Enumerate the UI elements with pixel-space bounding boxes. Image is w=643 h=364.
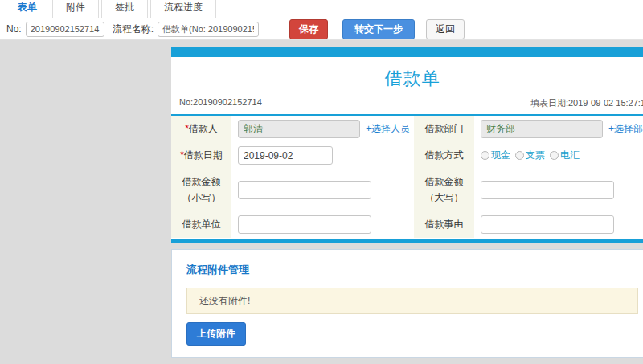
- method-label-cell: 借款方式: [414, 142, 474, 169]
- next-step-button[interactable]: 转交下一步: [342, 19, 415, 39]
- loan-date-field-cell: [231, 142, 414, 169]
- toolbar: No: 流程名称: 保存 转交下一步 返回: [0, 18, 643, 40]
- no-input[interactable]: [26, 22, 104, 37]
- form-meta-row: No:20190902152714 填表日期:2019-09-02 15:27:…: [171, 97, 643, 114]
- page-title: 借款单: [171, 62, 643, 97]
- loan-date-label-cell: *借款日期: [171, 142, 231, 169]
- unit-label-cell: 借款单位: [171, 211, 231, 238]
- save-button[interactable]: 保存: [289, 19, 328, 39]
- tab-bar: 表单 附件 签批 流程进度: [0, 0, 643, 18]
- tab-attachment[interactable]: 附件: [52, 0, 99, 18]
- unit-input[interactable]: [238, 215, 371, 234]
- upload-attachment-button[interactable]: 上传附件: [186, 322, 246, 346]
- app-viewport: 表单 附件 签批 流程进度 No: 流程名称: 保存 转交下一步 返回 借款单 …: [0, 0, 643, 364]
- attachment-section: 流程附件管理 还没有附件! 上传附件: [171, 249, 643, 358]
- unit-field-cell: [231, 211, 414, 238]
- department-field-cell: +选择部门: [474, 116, 643, 142]
- borrower-field-cell: +选择人员: [231, 116, 414, 142]
- form-no-text: No:20190902152714: [179, 97, 262, 109]
- department-input[interactable]: [481, 120, 603, 138]
- radio-wire[interactable]: 电汇: [550, 149, 580, 162]
- select-person-link[interactable]: +选择人员: [366, 122, 410, 136]
- loan-form-card: 借款单 No:20190902152714 填表日期:2019-09-02 15…: [171, 57, 643, 243]
- attachment-section-title: 流程附件管理: [186, 263, 638, 277]
- radio-circle-icon[interactable]: [515, 151, 524, 160]
- no-attachment-notice: 还没有附件!: [186, 288, 638, 314]
- amount-small-field-cell: [231, 169, 414, 211]
- reason-field-cell: [474, 211, 643, 238]
- borrower-input[interactable]: [238, 120, 360, 138]
- select-department-link[interactable]: +选择部门: [608, 122, 643, 136]
- amount-small-input[interactable]: [238, 181, 371, 199]
- back-button[interactable]: 返回: [426, 19, 465, 39]
- method-field-cell: 现金 支票 电汇: [474, 142, 643, 169]
- reason-label-cell: 借款事由: [414, 211, 474, 238]
- tab-approve[interactable]: 签批: [101, 0, 148, 18]
- radio-check[interactable]: 支票: [515, 149, 545, 162]
- radio-circle-icon[interactable]: [481, 151, 489, 160]
- radio-circle-icon[interactable]: [550, 151, 559, 160]
- loan-date-input[interactable]: [238, 146, 333, 165]
- borrower-label-cell: *借款人: [171, 116, 231, 142]
- form-grid: *借款人 +选择人员 借款部门 +选择部门 *借款日期: [171, 116, 643, 238]
- main-panel: 借款单 No:20190902152714 填表日期:2019-09-02 15…: [171, 47, 643, 364]
- radio-cash[interactable]: 现金: [481, 149, 510, 162]
- top-accent-bar: [171, 47, 643, 57]
- amount-big-field-cell: [474, 169, 643, 211]
- amount-big-input[interactable]: [481, 181, 614, 199]
- loan-method-radio-group: 现金 支票 电汇: [481, 149, 580, 162]
- flow-name-input[interactable]: [158, 22, 259, 37]
- reason-input[interactable]: [481, 215, 614, 234]
- bottom-accent-bar: [171, 239, 643, 243]
- flow-name-label: 流程名称:: [113, 22, 154, 36]
- top-header: 表单 附件 签批 流程进度 No: 流程名称: 保存 转交下一步 返回: [0, 0, 643, 40]
- amount-big-label-cell: 借款金额（大写）: [414, 169, 474, 211]
- no-label: No:: [6, 23, 22, 35]
- department-label-cell: 借款部门: [414, 116, 474, 142]
- tab-form[interactable]: 表单: [5, 0, 50, 18]
- form-date-text: 填表日期:2019-09-02 15:27:1: [530, 97, 643, 109]
- amount-small-label-cell: 借款金额（小写）: [171, 169, 231, 211]
- tab-progress[interactable]: 流程进度: [150, 0, 216, 18]
